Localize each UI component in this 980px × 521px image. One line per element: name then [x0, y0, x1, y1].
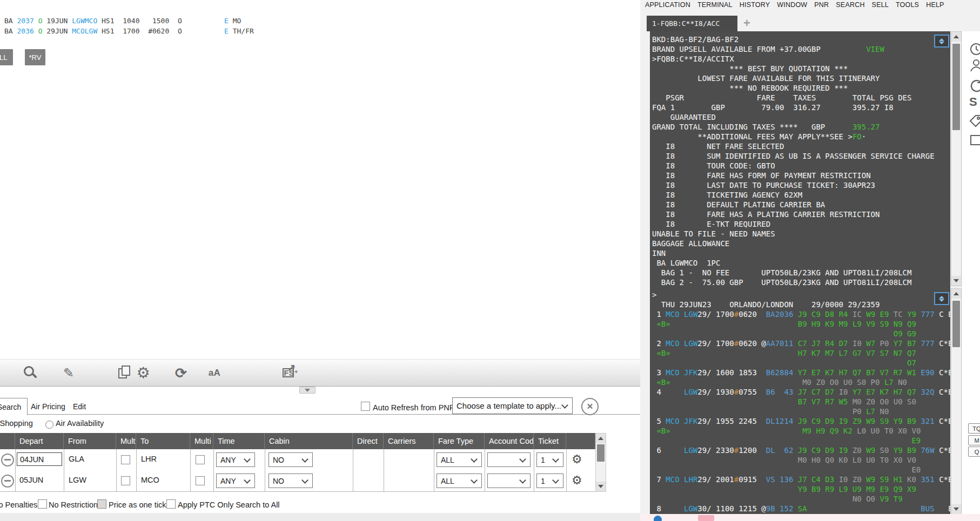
row-settings-gear-icon[interactable]: ⚙: [572, 452, 582, 467]
terminal-line: I8 DEFAULT PLATING CARRIER BA: [650, 200, 950, 209]
multi-from-checkbox[interactable]: [121, 455, 130, 464]
from-value[interactable]: GLA: [69, 455, 84, 463]
edit-pencil-icon[interactable]: ✎: [59, 360, 78, 386]
splitter-handle[interactable]: [299, 387, 316, 394]
menu-item-help[interactable]: HELP: [926, 1, 944, 9]
apply-ptc-label[interactable]: Apply PTC Only Search to All: [178, 500, 280, 509]
terminal2-scrollbar[interactable]: [951, 288, 962, 515]
rv-button[interactable]: *RV: [25, 49, 45, 65]
menu-item-window[interactable]: WINDOW: [777, 1, 807, 9]
settings-gear-icon[interactable]: ⚙: [134, 360, 152, 386]
scroll-down-icon[interactable]: [596, 482, 606, 491]
menu-item-history[interactable]: HISTORY: [740, 1, 770, 9]
scroll-down-icon[interactable]: [951, 504, 961, 514]
chevron-down-icon: [244, 477, 251, 484]
copy-icon[interactable]: [115, 360, 133, 386]
price-as-one-ticket-checkbox[interactable]: [97, 499, 106, 509]
time-dropdown[interactable]: ANY: [216, 473, 255, 488]
radio-air-availability[interactable]: [45, 421, 53, 429]
from-value[interactable]: LGW: [69, 476, 86, 484]
cabin-dropdown[interactable]: NO: [269, 452, 313, 467]
tag-icon[interactable]: [969, 114, 980, 131]
close-form-button[interactable]: [581, 398, 599, 415]
depart-value[interactable]: 05JUN: [19, 476, 43, 484]
multi-from-checkbox[interactable]: [121, 476, 130, 485]
account-code-dropdown[interactable]: [487, 452, 531, 467]
grid-line: [190, 449, 191, 491]
account-code-dropdown[interactable]: [487, 473, 531, 488]
flight-shopping-label[interactable]: Flight Shopping: [0, 419, 33, 428]
remove-row-button[interactable]: [1, 454, 14, 466]
scrollbar-thumb[interactable]: [952, 301, 960, 347]
window-expand-icon[interactable]: [934, 292, 949, 305]
new-tab-button[interactable]: +: [743, 16, 750, 30]
scroll-up-icon[interactable]: [596, 434, 606, 443]
menu-item-pnr[interactable]: PNR: [814, 1, 829, 9]
to-value[interactable]: MCO: [141, 476, 159, 484]
price-as-one-ticket-label[interactable]: Price as one ticket: [109, 500, 172, 509]
tab-search[interactable]: Search: [0, 398, 28, 415]
availability-terminal[interactable]: > THU 29JUN23 ORLANDO/LONDON 29/0000 29/…: [650, 288, 950, 516]
user-icon[interactable]: [969, 58, 980, 75]
scroll-down-icon[interactable]: [951, 276, 961, 286]
fare-type-dropdown[interactable]: ALL: [437, 473, 482, 488]
no-restrictions-checkbox[interactable]: [38, 499, 47, 509]
m-button[interactable]: M: [968, 435, 980, 445]
menu-item-tools[interactable]: TOOLS: [896, 1, 919, 9]
s-shortcut-icon[interactable]: S: [969, 95, 980, 109]
row-settings-gear-icon[interactable]: ⚙: [572, 473, 582, 488]
template-dropdown[interactable]: Choose a template to apply...: [452, 397, 573, 414]
fare-type-dropdown[interactable]: ALL: [437, 452, 482, 467]
tab-air-pricing[interactable]: Air Pricing: [31, 402, 65, 411]
no-restrictions-label[interactable]: No Restrictions: [49, 500, 102, 509]
terminal1-scrollbar[interactable]: [951, 31, 962, 286]
grid-line: [434, 449, 434, 491]
fare-quote-terminal[interactable]: BKD:BAG-BF2/BAG-BF2BRAND UPSELL AVAILABL…: [650, 31, 950, 289]
ticket-dropdown[interactable]: 1: [536, 452, 563, 467]
multi-to-checkbox[interactable]: [196, 455, 205, 464]
terminal-line: B7 V7 R7 W5 M0 Z0 O0 U0 S0: [650, 397, 950, 407]
table-scrollbar[interactable]: [595, 433, 606, 492]
scrollbar-thumb[interactable]: [597, 444, 605, 462]
menu-item-terminal[interactable]: TERMINAL: [697, 1, 733, 9]
multi-to-checkbox[interactable]: [196, 476, 205, 485]
font-size-icon[interactable]: aA: [205, 360, 224, 386]
terminal-line: O9 G9: [650, 329, 950, 339]
scroll-up-icon[interactable]: [951, 289, 961, 299]
scrollbar-thumb[interactable]: [952, 44, 960, 130]
refresh-icon[interactable]: [969, 79, 980, 95]
terminal-line: 4 LGW29/ 1930#0755 B6 43 J7 C7 D7 I0 Y7 …: [650, 387, 950, 397]
auto-refresh-checkbox[interactable]: [361, 402, 370, 411]
refresh-icon[interactable]: ⟳: [172, 360, 190, 386]
ticket-dropdown[interactable]: 1: [536, 473, 563, 488]
terminal-line: BAGGAGE ALLOWANCE: [650, 239, 950, 248]
fs-plus-icon[interactable]: FS⁺: [282, 360, 300, 386]
chevron-down-icon: [471, 477, 478, 484]
menu-item-application[interactable]: APPLICATION: [645, 1, 690, 9]
menu-item-sell[interactable]: SELL: [872, 1, 889, 9]
air-availability-label[interactable]: Air Availability: [56, 419, 104, 428]
to-value[interactable]: LHR: [141, 455, 157, 463]
q-button[interactable]: Q: [968, 446, 980, 457]
remove-row-button[interactable]: [1, 475, 14, 488]
clock-icon[interactable]: [969, 42, 980, 58]
taskbar-pink-icon[interactable]: [698, 515, 714, 521]
time-dropdown[interactable]: ANY: [216, 452, 255, 467]
depart-input[interactable]: 04JUN: [17, 452, 62, 466]
apply-ptc-checkbox[interactable]: [166, 499, 176, 509]
column-header-from: From: [64, 433, 116, 449]
menu-item-search[interactable]: SEARCH: [836, 1, 864, 9]
tab-edit[interactable]: Edit: [73, 402, 86, 411]
all-button[interactable]: ALL: [0, 49, 13, 65]
window-icon[interactable]: [969, 133, 980, 149]
scroll-up-icon[interactable]: [951, 32, 961, 42]
terminal-tab[interactable]: 1-FQBB:C**I8/ACC: [647, 16, 737, 31]
tq-button[interactable]: TQ: [968, 423, 980, 434]
search-icon[interactable]: [21, 360, 39, 386]
no-penalties-label[interactable]: No Penalties: [0, 500, 37, 509]
terminal-line: 7 MCO LHR29/ 2001#0915 VS 136 J7 C4 D3 I…: [650, 475, 950, 484]
cabin-dropdown[interactable]: NO: [269, 473, 313, 488]
travel-gds-app: BA 2037 O 19JUN LGWMCO HS1 1040 1500 O E…: [0, 0, 980, 521]
taskbar-blue-icon[interactable]: [654, 516, 662, 521]
window-expand-icon[interactable]: [934, 35, 949, 48]
